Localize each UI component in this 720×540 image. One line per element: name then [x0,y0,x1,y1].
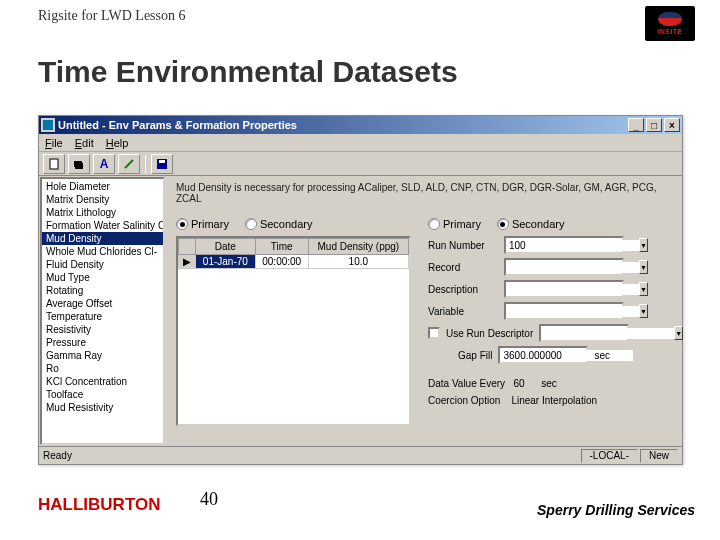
page-number: 40 [200,489,218,510]
use-run-descriptor-checkbox[interactable] [428,327,440,339]
gap-fill-field[interactable] [498,346,588,364]
radio-primary-label: Primary [191,218,229,230]
radio-dot-icon [428,218,440,230]
status-new: New [640,449,678,463]
sidebar-item-mud-resistivity[interactable]: Mud Resistivity [42,401,163,414]
radio-secondary-right[interactable]: Secondary [497,218,565,230]
menu-help[interactable]: Help [106,137,129,149]
gap-fill-label: Gap Fill [458,350,492,361]
svg-rect-1 [50,159,58,169]
sidebar-item-hole-diameter[interactable]: Hole Diameter [42,180,163,193]
toolbar: A [39,152,682,176]
menubar: File Edit Help [39,134,682,152]
sidebar-item-matrix-density[interactable]: Matrix Density [42,193,163,206]
radio-primary-left[interactable]: Primary [176,218,229,230]
record-input[interactable] [506,262,639,273]
chevron-down-icon[interactable]: ▼ [639,260,648,274]
menu-file[interactable]: File [45,137,63,149]
sidebar-item-formation-water-salinity[interactable]: Formation Water Salinity Cl- [42,219,163,232]
radio-secondary-label: Secondary [260,218,313,230]
run-descriptor-input[interactable] [541,328,674,339]
close-button[interactable]: × [664,118,680,132]
chevron-down-icon[interactable]: ▼ [639,282,648,296]
description-label: Description [428,284,498,295]
coercion-label: Coercion Option [428,395,500,406]
cell-date[interactable]: 01-Jan-70 [196,255,256,269]
sidebar-item-temperature[interactable]: Temperature [42,310,163,323]
save-icon[interactable] [151,154,173,174]
window-title: Untitled - Env Params & Formation Proper… [58,119,297,131]
menu-edit[interactable]: Edit [75,137,94,149]
sidebar-item-mud-type[interactable]: Mud Type [42,271,163,284]
sidebar-item-toolface[interactable]: Toolface [42,388,163,401]
row-marker-header [179,239,196,255]
radio-dot-icon [245,218,257,230]
status-local: -LOCAL- [581,449,638,463]
chevron-down-icon[interactable]: ▼ [639,238,648,252]
lesson-header: Rigsite for LWD Lesson 6 [38,8,186,24]
wizard-a-icon[interactable]: A [93,154,115,174]
maximize-button[interactable]: □ [646,118,662,132]
sidebar-item-fluid-density[interactable]: Fluid Density [42,258,163,271]
description-input[interactable] [506,284,639,295]
new-icon[interactable] [43,154,65,174]
app-window: Untitled - Env Params & Formation Proper… [38,115,683,465]
wand-icon[interactable] [118,154,140,174]
col-date[interactable]: Date [196,239,256,255]
toolbar-separator [145,155,146,173]
variable-combo[interactable]: ▼ [504,302,624,320]
svg-rect-0 [43,120,53,130]
open-icon[interactable] [68,154,90,174]
radio-dot-icon [497,218,509,230]
titlebar: Untitled - Env Params & Formation Proper… [39,116,682,134]
variable-input[interactable] [506,306,639,317]
data-table[interactable]: Date Time Mud Density (ppg) ▶ 01-Jan-70 … [176,236,411,426]
sidebar-item-average-offset[interactable]: Average Offset [42,297,163,310]
col-mud-density[interactable]: Mud Density (ppg) [308,239,408,255]
record-label: Record [428,262,498,273]
eye-icon [658,12,682,26]
app-icon [41,118,55,132]
description-combo[interactable]: ▼ [504,280,624,298]
run-number-label: Run Number [428,240,498,251]
page-title: Time Environmental Datasets [38,55,458,89]
parameter-list[interactable]: Hole Diameter Matrix Density Matrix Lith… [40,177,165,445]
svg-rect-6 [159,160,165,163]
radio-primary-right[interactable]: Primary [428,218,481,230]
chevron-down-icon[interactable]: ▼ [674,326,683,340]
cell-density[interactable]: 10.0 [308,255,408,269]
svg-line-4 [125,160,133,168]
radio-secondary-left[interactable]: Secondary [245,218,313,230]
sidebar-item-resistivity[interactable]: Resistivity [42,323,163,336]
run-number-input[interactable] [506,240,639,251]
sidebar-item-mud-density[interactable]: Mud Density [42,232,163,245]
run-number-combo[interactable]: ▼ [504,236,624,254]
insite-logo: INSITE [645,6,695,41]
record-combo[interactable]: ▼ [504,258,624,276]
sperry-logo: Sperry Drilling Services [537,502,695,518]
coercion-value: Linear Interpolation [511,395,597,406]
gap-fill-input[interactable] [500,350,633,361]
chevron-down-icon[interactable]: ▼ [639,304,648,318]
col-time[interactable]: Time [255,239,308,255]
radio-primary-right-label: Primary [443,218,481,230]
run-descriptor-combo[interactable]: ▼ [539,324,629,342]
sidebar-item-kcl-concentration[interactable]: KCl Concentration [42,375,163,388]
cell-time[interactable]: 00:00:00 [255,255,308,269]
sidebar-item-pressure[interactable]: Pressure [42,336,163,349]
use-run-descriptor-label: Use Run Descriptor [446,328,533,339]
insite-label: INSITE [657,28,683,35]
sidebar-item-matrix-lithology[interactable]: Matrix Lithology [42,206,163,219]
minimize-button[interactable]: _ [628,118,644,132]
row-marker[interactable]: ▶ [179,255,196,269]
sidebar-item-ro[interactable]: Ro [42,362,163,375]
variable-label: Variable [428,306,498,317]
sidebar-item-gamma-ray[interactable]: Gamma Ray [42,349,163,362]
sidebar-item-rotating[interactable]: Rotating [42,284,163,297]
table-row[interactable]: ▶ 01-Jan-70 00:00:00 10.0 [179,255,409,269]
sidebar-item-whole-mud-chlorides[interactable]: Whole Mud Chlorides Cl- [42,245,163,258]
halliburton-logo: HALLIBURTON [38,495,160,515]
data-value-every: 60 [513,378,524,389]
gap-fill-unit: sec [594,350,610,361]
data-value-every-label: Data Value Every [428,378,505,389]
